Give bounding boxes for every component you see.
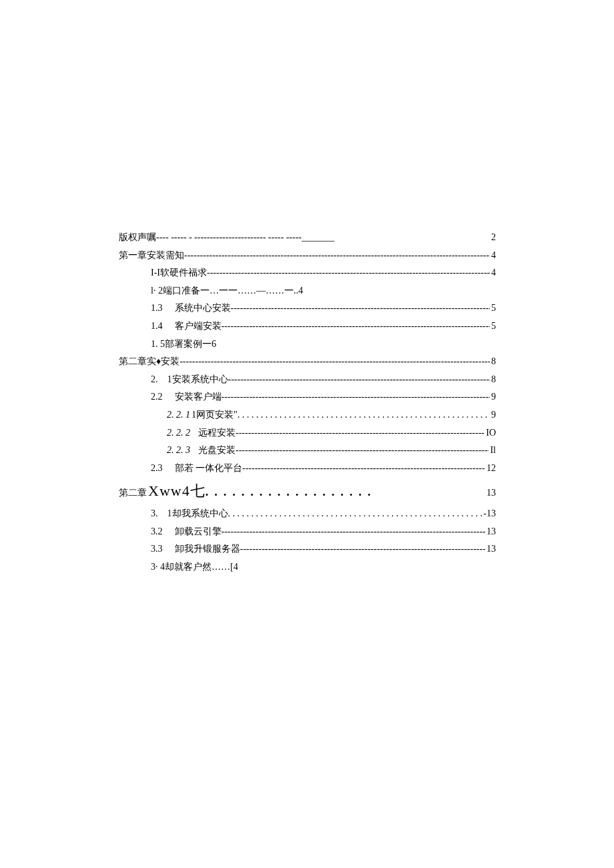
toc-num: 2. 2. 2	[167, 424, 190, 442]
toc-leader	[231, 300, 491, 318]
toc-2-2-2: 2. 2. 2 远程安装 IO	[119, 424, 496, 442]
toc-title: 系统中心安装	[163, 300, 231, 318]
toc-title: 光盘安装	[190, 442, 236, 460]
toc-num: 2. 2. 3	[167, 442, 190, 460]
toc-leader	[236, 442, 489, 460]
toc-1-5: 1. 5部署案例一6	[119, 336, 496, 354]
toc-num: 3.3	[151, 540, 163, 558]
toc-title-ocr: Xww4七	[147, 477, 206, 505]
toc-page: 4	[490, 264, 496, 282]
toc-1-4: 1.4 客户端安装 5	[119, 318, 496, 336]
toc-leader	[228, 505, 483, 523]
toc-page: 13	[477, 484, 496, 502]
toc-page: 9	[490, 388, 496, 406]
toc-2-2: 2.2 安装客户端 9	[119, 388, 496, 406]
toc-leader	[238, 406, 490, 424]
toc-ch1: 第一章安装需知 4	[119, 247, 496, 265]
toc-num: 2. 2. 1	[167, 406, 190, 424]
toc-leader	[242, 460, 485, 478]
toc-page: 13	[485, 523, 496, 541]
toc-page: 12	[485, 460, 496, 478]
toc-num: 2.2	[151, 388, 163, 406]
toc-title: 第一章安装需知	[119, 247, 184, 265]
toc-page: 5	[490, 318, 496, 336]
toc-title: 安装客户端	[163, 388, 222, 406]
toc-page: 5	[490, 300, 496, 318]
toc-num: 1.3	[151, 300, 163, 318]
toc-leader	[184, 247, 490, 265]
toc-title: 客户端安装	[163, 318, 222, 336]
toc-title: 1安装系统中心	[158, 371, 228, 389]
toc-title: 1却我系统中心	[158, 505, 228, 523]
toc-num: 3.	[151, 505, 158, 523]
toc-title: 3· 4却就客户然……[4	[151, 558, 238, 576]
toc-3-1: 3. 1却我系统中心 -13	[119, 505, 496, 523]
toc-title: 版权声嘱	[119, 229, 156, 247]
toc-2-1: 2. 1安装系统中心 8	[119, 371, 496, 389]
toc-2-2-1: 2. 2. 1 1网页安装" 9	[119, 406, 496, 424]
toc-page: -13	[482, 505, 496, 523]
toc-ch2: 第二章实♦安装 8	[119, 353, 496, 371]
toc-leader	[240, 540, 486, 558]
toc-page: 13	[485, 540, 496, 558]
toc-num: 2.	[151, 371, 158, 389]
toc-title: 远程安装	[190, 424, 236, 442]
toc-leader	[180, 353, 490, 371]
toc-3-3: 3.3 卸我升锻服务器 13	[119, 540, 496, 558]
toc-num: 3.2	[151, 523, 163, 541]
toc-num: 1.4	[151, 318, 163, 336]
toc-leader	[206, 480, 477, 503]
toc-title: 卸我升锻服务器	[163, 540, 240, 558]
toc-1-2: l· 2端口准备一…一一……—……一..4	[119, 282, 496, 300]
toc-page: 8	[490, 371, 496, 389]
toc-title: 部若 一体化平台	[163, 460, 243, 478]
toc-title-prefix: 第二章	[119, 484, 147, 502]
toc-num: 2.3	[151, 460, 163, 478]
toc-page: Il	[489, 442, 496, 460]
toc-1-1: I-I软硬件福求 4	[119, 264, 496, 282]
toc-2-3: 2.3 部若 一体化平台 12	[119, 460, 496, 478]
toc-2-2-3: 2. 2. 3 光盘安装 Il	[119, 442, 496, 460]
toc-copyright: 版权声嘱 2	[119, 229, 496, 247]
toc-leader	[156, 229, 490, 247]
toc-title: I-I软硬件福求	[151, 264, 207, 282]
toc-page: IO	[485, 424, 496, 442]
toc-ch3: 第二章 Xww4七 13	[119, 477, 496, 505]
toc-title: l· 2端口准备一…一一……—……一..4	[151, 282, 303, 300]
toc-3-2: 3.2 卸载云引擎 13	[119, 523, 496, 541]
toc-page: 9	[490, 406, 496, 424]
toc-3-4: 3· 4却就客户然……[4	[119, 558, 496, 576]
toc-title: 第二章实♦安装	[119, 353, 180, 371]
toc-page: 2	[490, 229, 496, 247]
toc-page: 8	[490, 353, 496, 371]
toc-title: 卸载云引擎	[163, 523, 222, 541]
toc-1-3: 1.3 系统中心安装 5	[119, 300, 496, 318]
toc-title: 1网页安装"	[190, 406, 238, 424]
toc-leader	[222, 318, 491, 336]
toc-leader	[228, 371, 491, 389]
toc-page: 4	[490, 247, 496, 265]
toc-leader	[236, 424, 485, 442]
toc-title: 1. 5部署案例一6	[151, 336, 216, 354]
toc-container: 版权声嘱 2 第一章安装需知 4 I-I软硬件福求 4 l· 2端口准备一…一一…	[119, 229, 496, 576]
toc-leader	[222, 523, 486, 541]
toc-leader	[222, 388, 491, 406]
toc-leader	[207, 264, 490, 282]
